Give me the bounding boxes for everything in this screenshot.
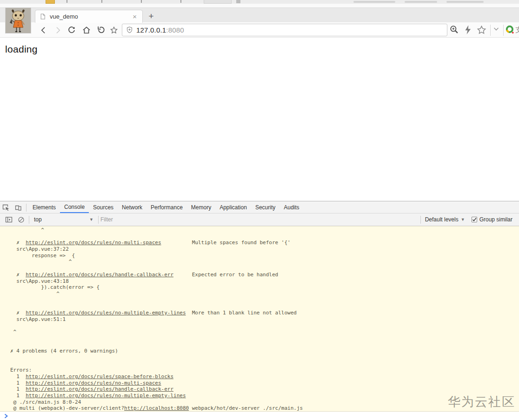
url-text: 127.0.0.1:8080 [136,26,184,34]
toolbar-separator [98,216,99,224]
clipped-text-smear [405,1,437,3]
home-button[interactable] [81,25,92,36]
clipped-logo-text: 支 [515,26,519,34]
browser-tab-vue-demo[interactable]: vue_demo × [35,10,143,23]
devtools-tab-elements[interactable]: Elements [28,202,60,213]
checkbox-check-icon [472,217,477,222]
console-link[interactable]: http://eslint.org/docs/rules/handle-call… [26,272,173,278]
console-line: Errors: [10,367,519,373]
clipped-toolbar-icon [46,0,55,4]
toolbar-separator [503,25,504,36]
watermark: 华为云社区 [448,393,515,410]
undo-button[interactable] [95,25,106,36]
console-line: 1 http://eslint.org/docs/rules/no-multip… [10,393,519,399]
console-text: 1 [10,386,26,392]
clipped-toolbar-segment [204,0,232,4]
new-tab-button[interactable]: + [146,11,157,21]
chevron-down-button[interactable] [492,25,500,33]
console-filter-input[interactable] [100,216,242,223]
group-similar-checkbox[interactable] [472,217,477,222]
console-link[interactable]: http://localhost:8080 [124,405,189,411]
console-text: @ ./src/main.js 8:0-24 [10,399,81,405]
zoom-page-button[interactable] [449,25,459,35]
console-text: ✗ 4 problems (4 errors, 0 warnings) [10,348,118,354]
execution-context-select[interactable]: top ▼ [31,216,96,223]
console-text: ^ [10,291,60,297]
console-text: Multiple spaces found before '{' [161,240,291,246]
console-text: Errors: [10,367,32,373]
console-output: ^ ✗ http://eslint.org/docs/rules/no-mult… [0,227,519,412]
console-line: ^ [10,227,519,233]
devtools-tab-performance[interactable]: Performance [146,202,187,213]
caret-down-icon: ▼ [461,217,465,222]
devtools-tab-audits[interactable]: Audits [279,202,303,213]
console-line: ✗ 4 problems (4 errors, 0 warnings) [10,348,519,354]
page-favicon [40,13,46,20]
clipped-text-mark [67,0,67,3]
bookmark-star-button[interactable] [108,25,120,36]
console-line: @ ./src/main.js 8:0-24 [10,399,519,406]
console-line: ^ [10,291,519,297]
console-line: ✗ http://eslint.org/docs/rules/no-multip… [10,310,519,316]
console-text: ✗ [10,240,26,246]
console-link[interactable]: http://eslint.org/docs/rules/no-multiple… [26,393,186,399]
console-text: 1 [10,380,26,386]
console-prompt[interactable] [0,412,519,420]
background-strip [0,0,519,8]
devtools-panel: Elements Console Sources Network Perform… [0,201,519,420]
console-messages: ^ ✗ http://eslint.org/docs/rules/no-mult… [0,226,519,412]
url-port: :8080 [166,26,184,34]
console-sidebar-icon[interactable] [3,214,15,225]
console-text: ✗ [10,272,26,278]
log-levels-select[interactable]: Default levels ▼ [419,216,465,224]
browser-extension-logo[interactable]: 支 [505,25,519,35]
clear-console-icon[interactable] [15,214,27,225]
lightning-icon[interactable] [463,25,472,35]
console-text: src\App.vue:51:1 [10,316,66,322]
console-line: 1 http://eslint.org/docs/rules/space-bef… [10,373,519,380]
toolbar-separator [29,216,29,224]
devtools-tab-application[interactable]: Application [215,202,251,213]
clipped-text-smear [353,1,395,3]
console-link[interactable]: http://eslint.org/docs/rules/no-multiple… [26,310,186,316]
console-text: ^ [10,259,72,265]
favorites-star-button[interactable] [476,25,487,35]
console-text: ^ [10,227,44,233]
devtools-tab-sources[interactable]: Sources [89,202,118,213]
tab-title: vue_demo [50,13,132,20]
console-line [10,303,519,310]
group-similar-label: Group similar [479,216,512,223]
console-text: 1 [10,393,26,399]
toolbar-separator [490,25,491,36]
console-link[interactable]: http://eslint.org/docs/rules/space-befor… [26,373,173,380]
forward-button[interactable] [52,25,63,36]
console-link[interactable]: http://eslint.org/docs/rules/no-multi-sp… [26,380,161,386]
shield-icon[interactable] [126,26,133,34]
address-bar[interactable]: 127.0.0.1:8080 [122,24,447,36]
devtools-tab-memory[interactable]: Memory [187,202,215,213]
ring-logo-icon [505,25,515,35]
devtools-tab-console[interactable]: Console [60,202,89,213]
console-text: }).catch(error => { [10,284,100,290]
console-toolbar: top ▼ Default levels ▼ Group similar [0,213,519,226]
devtools-tab-security[interactable]: Security [251,202,279,213]
console-text: Expected error to be handled [173,272,278,278]
inspect-element-icon[interactable] [0,202,12,213]
device-toolbar-icon[interactable] [12,202,24,213]
console-link[interactable]: http://eslint.org/docs/rules/handle-call… [26,386,173,392]
console-line: response => { [10,253,519,259]
console-text: webpack/hot/dev-server ./src/main.js [189,405,303,411]
console-text: @ multi (webpack)-dev-server/client? [10,405,124,411]
levels-value: Default levels [425,216,459,223]
console-text: src\App.vue:37:22 [10,246,69,252]
console-link[interactable]: http://eslint.org/docs/rules/no-multi-sp… [26,240,161,246]
console-line [10,265,519,272]
back-button[interactable] [38,25,49,36]
reload-button[interactable] [66,25,77,36]
context-value: top [34,216,42,223]
devtools-tab-network[interactable]: Network [118,202,146,213]
console-line [10,322,519,329]
tab-close-icon[interactable]: × [132,13,138,20]
url-host: 127.0.0.1 [136,26,166,34]
page-loading-text: loading [0,38,519,55]
